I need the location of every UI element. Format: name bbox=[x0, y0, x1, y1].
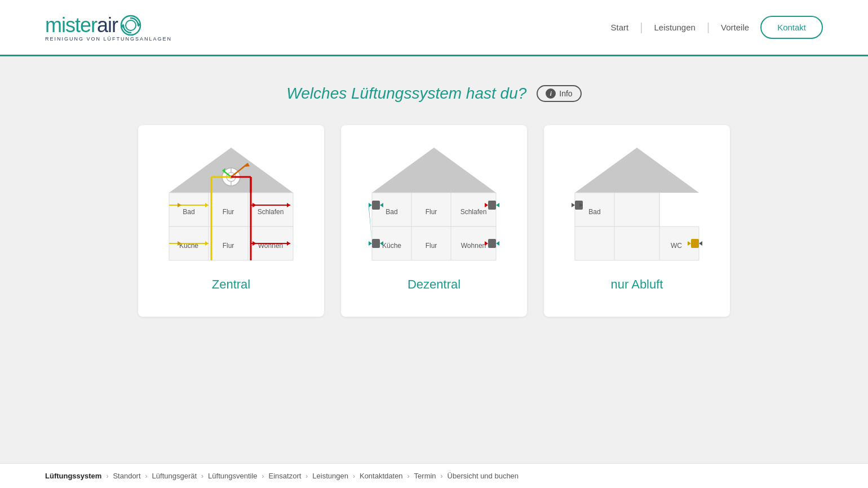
logo-mister: mister bbox=[45, 14, 97, 37]
breadcrumb-item-5[interactable]: Leistungen bbox=[312, 472, 348, 480]
svg-marker-87 bbox=[699, 241, 702, 246]
title-row: Welches Lüftungssystem hast du? i Info bbox=[45, 85, 823, 103]
svg-text:WC: WC bbox=[671, 242, 682, 250]
nav-vorteile[interactable]: Vorteile bbox=[721, 23, 749, 32]
logo: misterair REINIGUNG VON LÜFTUNGSANLAGEN bbox=[45, 14, 172, 42]
breadcrumb-item-1[interactable]: Standort bbox=[113, 472, 140, 480]
breadcrumb-chevron-4: › bbox=[305, 472, 308, 480]
dezentral-label: Dezentral bbox=[408, 277, 460, 292]
svg-text:Schlafen: Schlafen bbox=[258, 208, 284, 216]
breadcrumb-item-2[interactable]: Lüftungsgerät bbox=[152, 472, 197, 480]
abluft-diagram: Bad WC bbox=[564, 142, 710, 266]
svg-text:Schlafen: Schlafen bbox=[460, 208, 487, 216]
svg-text:Flur: Flur bbox=[223, 242, 234, 250]
svg-text:Wohnen: Wohnen bbox=[461, 242, 486, 250]
nav-divider-2: | bbox=[707, 21, 710, 34]
page-title: Welches Lüftungssystem hast du? bbox=[286, 85, 526, 103]
svg-rect-70 bbox=[488, 239, 496, 248]
breadcrumb-chevron-5: › bbox=[353, 472, 355, 480]
breadcrumb-item-7[interactable]: Termin bbox=[414, 472, 436, 480]
svg-marker-65 bbox=[496, 203, 499, 207]
logo-air: air bbox=[97, 14, 118, 37]
header: misterair REINIGUNG VON LÜFTUNGSANLAGEN … bbox=[0, 0, 868, 56]
svg-marker-73 bbox=[575, 148, 699, 193]
breadcrumb-chevron-1: › bbox=[145, 472, 148, 480]
svg-text:Bad: Bad bbox=[183, 208, 194, 216]
nav-divider-1: | bbox=[640, 21, 643, 34]
svg-text:Flur: Flur bbox=[223, 208, 234, 216]
logo-subtitle: REINIGUNG VON LÜFTUNGSANLAGEN bbox=[45, 36, 172, 42]
card-dezentral[interactable]: Bad Flur Schlafen Küche Flur Wohnen bbox=[341, 125, 527, 317]
svg-rect-74 bbox=[575, 193, 659, 227]
svg-text:Bad: Bad bbox=[588, 208, 600, 216]
breadcrumb: Lüftungssystem › Standort › Lüftungsgerä… bbox=[0, 463, 868, 488]
logo-icon bbox=[120, 15, 141, 36]
svg-text:Bad: Bad bbox=[386, 208, 397, 216]
zentral-diagram: Bad Flur Schlafen Küche Flur Wohnen bbox=[158, 142, 304, 266]
kontakt-button[interactable]: Kontakt bbox=[760, 16, 823, 39]
breadcrumb-item-0[interactable]: Lüftungssystem bbox=[45, 472, 101, 480]
breadcrumb-item-3[interactable]: Lüftungsventile bbox=[208, 472, 257, 480]
svg-marker-61 bbox=[369, 203, 372, 207]
breadcrumb-chevron-7: › bbox=[441, 472, 443, 480]
breadcrumb-item-8[interactable]: Übersicht und buchen bbox=[448, 472, 519, 480]
card-zentral[interactable]: Bad Flur Schlafen Küche Flur Wohnen bbox=[138, 125, 324, 317]
info-badge-button[interactable]: i Info bbox=[537, 85, 581, 102]
cards-row: Bad Flur Schlafen Küche Flur Wohnen bbox=[45, 125, 823, 317]
info-label: Info bbox=[559, 89, 572, 98]
svg-marker-67 bbox=[369, 203, 372, 243]
svg-rect-63 bbox=[488, 201, 496, 210]
svg-text:Flur: Flur bbox=[426, 208, 437, 216]
svg-marker-47 bbox=[372, 148, 496, 193]
info-icon: i bbox=[546, 88, 556, 99]
nav: Start | Leistungen | Vorteile Kontakt bbox=[611, 16, 823, 39]
svg-rect-66 bbox=[372, 239, 380, 248]
breadcrumb-item-4[interactable]: Einsatzort bbox=[269, 472, 302, 480]
zentral-label: Zentral bbox=[212, 277, 250, 292]
breadcrumb-chevron-0: › bbox=[106, 472, 108, 480]
svg-marker-68 bbox=[369, 241, 372, 246]
logo-text: misterair bbox=[45, 14, 118, 37]
nav-start[interactable]: Start bbox=[611, 23, 629, 32]
dezentral-diagram: Bad Flur Schlafen Küche Flur Wohnen bbox=[361, 142, 507, 266]
main-content: Welches Lüftungssystem hast du? i Info bbox=[0, 56, 868, 356]
breadcrumb-chevron-2: › bbox=[201, 472, 203, 480]
svg-marker-83 bbox=[572, 203, 575, 207]
svg-point-1 bbox=[126, 20, 136, 30]
svg-rect-60 bbox=[372, 201, 380, 210]
card-abluft[interactable]: Bad WC nur Abluft bbox=[544, 125, 730, 317]
breadcrumb-item-6[interactable]: Kontaktdaten bbox=[360, 472, 403, 480]
breadcrumb-chevron-3: › bbox=[262, 472, 264, 480]
svg-rect-85 bbox=[691, 239, 699, 248]
svg-marker-72 bbox=[496, 241, 499, 246]
svg-text:Flur: Flur bbox=[426, 242, 437, 250]
breadcrumb-chevron-6: › bbox=[408, 472, 410, 480]
nav-leistungen[interactable]: Leistungen bbox=[654, 23, 695, 32]
svg-text:Küche: Küche bbox=[382, 242, 401, 250]
abluft-label: nur Abluft bbox=[611, 277, 663, 292]
